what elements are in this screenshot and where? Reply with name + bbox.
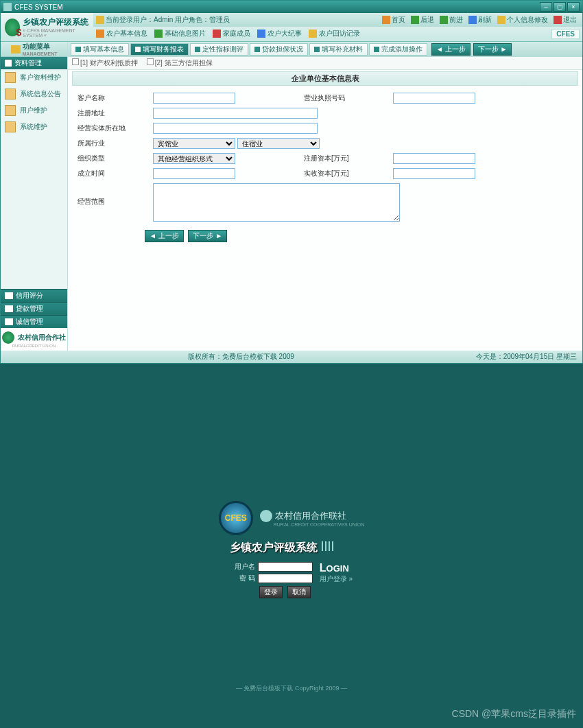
input-username[interactable] — [258, 562, 313, 572]
input-license[interactable] — [393, 93, 475, 104]
subtab-guarantee[interactable]: [2] 第三方信用担保 — [147, 59, 213, 67]
user-icon — [497, 16, 505, 24]
input-password[interactable] — [258, 574, 313, 583]
label-scope: 经营范围 — [78, 197, 139, 207]
bar-icon — [5, 305, 13, 312]
input-bizaddr[interactable] — [153, 123, 318, 134]
select-industry2[interactable]: 住宿业 — [237, 138, 320, 149]
label-username: 用户名 — [230, 562, 255, 572]
form-prev-button[interactable]: ◄ 上一步 — [145, 230, 184, 242]
nav-family-icon — [213, 30, 221, 38]
bar-loan-manage[interactable]: 贷款管理 — [1, 302, 67, 315]
close-button[interactable]: × — [567, 2, 580, 12]
bar-icon — [5, 292, 13, 299]
select-industry1[interactable]: 宾馆业 — [153, 138, 235, 149]
menu-icon — [11, 45, 21, 54]
nav-event-icon — [257, 30, 265, 38]
exit-icon — [554, 16, 562, 24]
input-regcap[interactable] — [393, 153, 475, 164]
label-orgtype: 组织类型 — [78, 154, 139, 163]
login-logo-icon: CFES — [219, 501, 253, 535]
label-regcap: 注册资本[万元] — [304, 154, 379, 163]
login-button[interactable]: 登录 — [259, 586, 283, 598]
login-sub: 用户登录 » — [320, 574, 353, 584]
folder-icon — [5, 89, 16, 99]
profile-link[interactable]: 个人信息修改 — [497, 15, 548, 25]
refresh-icon — [468, 16, 477, 24]
top-prev-button[interactable]: ◄ 上一步 — [431, 43, 471, 56]
input-paidcap[interactable] — [393, 168, 475, 179]
doc-icon — [72, 58, 79, 65]
nav-photo[interactable]: 基础信息图片 — [154, 29, 206, 38]
cancel-button[interactable]: 取消 — [287, 586, 311, 598]
form-title: 企业单位基本信息表 — [72, 71, 578, 86]
top-next-button[interactable]: 下一步 ► — [473, 43, 512, 56]
menu-title: 功能菜单MANAGEMENT — [1, 42, 67, 57]
folder-icon — [5, 72, 16, 83]
tab-finance[interactable]: 填写财务报表 — [130, 43, 189, 56]
tab-finish[interactable]: 完成添加操作 — [369, 43, 427, 56]
union-brand: 农村信用合作社 RURALCREDIT UNION — [1, 328, 67, 351]
back-link[interactable]: 后退 — [411, 15, 434, 25]
status-today: 今天是：2009年04月15日 星期三 — [476, 352, 577, 362]
select-orgtype[interactable]: 其他经营组织形式 — [153, 153, 235, 164]
exit-link[interactable]: 退出 — [554, 15, 577, 25]
label-license: 营业执照号码 — [304, 93, 379, 103]
form-next-button[interactable]: 下一步 ► — [188, 230, 227, 242]
home-icon — [382, 16, 390, 24]
login-union: 农村信用合作联社 RURAL CREDIT COOPERATIVES UNION — [260, 509, 365, 527]
dots-icon — [322, 541, 335, 551]
section-data-manage[interactable]: 资料管理 — [1, 57, 67, 69]
nav-visit-icon — [309, 30, 317, 38]
doc-icon — [147, 58, 154, 65]
home-link[interactable]: 首页 — [382, 15, 405, 25]
maximize-button[interactable]: ▢ — [554, 2, 566, 12]
bar-icon — [5, 318, 13, 325]
input-foundtime[interactable] — [153, 168, 235, 179]
tab-basic[interactable]: 填写基本信息 — [71, 43, 129, 56]
label-foundtime: 成立时间 — [78, 169, 139, 178]
cfes-badge: CFES — [551, 29, 580, 39]
input-custname[interactable] — [153, 93, 235, 104]
logo-subtext: » CFES MANAGEMENT SYSTEM « — [23, 28, 89, 38]
sidebar-item-user[interactable]: 用户维护 — [1, 102, 67, 119]
forward-icon — [440, 16, 448, 24]
nav-event[interactable]: 农户大纪事 — [257, 29, 302, 38]
tab-loan[interactable]: 贷款担保状况 — [250, 43, 308, 56]
forward-link[interactable]: 前进 — [440, 15, 463, 25]
sidebar-item-notice[interactable]: 系统信息公告 — [1, 86, 67, 102]
label-regaddr: 注册地址 — [78, 108, 139, 118]
tab-icon — [75, 47, 81, 52]
window-title: CFES SYSTEM — [14, 3, 540, 11]
sidebar-item-system[interactable]: 系统维护 — [1, 119, 67, 135]
status-copyright: 版权所有：免费后台模板下载 2009 — [188, 352, 294, 362]
bar-integrity[interactable]: 诚信管理 — [1, 315, 67, 328]
subtab-pledge[interactable]: [1] 财产权利抵质押 — [72, 59, 138, 67]
login-footer: — 免费后台模板下载 CopyRight 2009 — — [0, 684, 583, 693]
back-icon — [411, 16, 419, 24]
app-icon — [3, 3, 12, 11]
tab-supplement[interactable]: 填写补充材料 — [309, 43, 368, 56]
tab-icon — [195, 47, 200, 52]
label-industry: 所属行业 — [78, 139, 139, 148]
input-regaddr[interactable] — [153, 108, 318, 119]
folder-icon — [5, 121, 16, 132]
bar-credit-score[interactable]: 信用评分 — [1, 289, 67, 302]
nav-family[interactable]: 家庭成员 — [213, 29, 250, 38]
sidebar-item-customer[interactable]: 客户资料维护 — [1, 69, 67, 86]
logo-icon — [5, 19, 20, 36]
textarea-scope[interactable] — [153, 183, 400, 222]
login-word: LOGIN — [320, 562, 353, 574]
watermark: CSDN @苹果cms泛目录插件 — [452, 708, 576, 720]
doc-icon — [96, 16, 104, 24]
union-icon — [2, 331, 14, 344]
minimize-button[interactable]: – — [540, 2, 552, 12]
nav-basic[interactable]: 农户基本信息 — [96, 29, 147, 38]
label-paidcap: 实收资本[万元] — [304, 169, 379, 178]
label-password: 密 码 — [230, 574, 255, 583]
refresh-link[interactable]: 刷新 — [468, 15, 492, 25]
union-icon — [260, 510, 272, 522]
nav-visit[interactable]: 农户回访记录 — [309, 29, 360, 38]
tab-qualitative[interactable]: 定性指标测评 — [190, 43, 248, 56]
label-custname: 客户名称 — [78, 93, 139, 103]
